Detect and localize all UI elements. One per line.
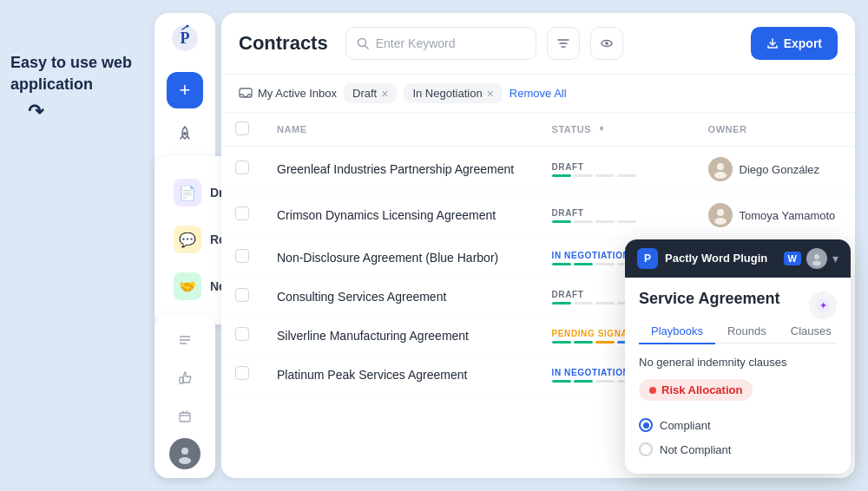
status-column-header[interactable]: STATUS (538, 113, 694, 147)
svg-text:P: P (181, 29, 190, 47)
plugin-header-actions: W ▾ (784, 248, 838, 269)
word-plugin-panel: P Pactly Word Plugin W ▾ Service Agreeme… (625, 239, 851, 475)
not-compliant-option[interactable]: Not Compliant (639, 437, 837, 462)
tab-clauses[interactable]: Clauses (779, 319, 844, 344)
bar-segment (617, 174, 636, 177)
compliant-label: Compliant (660, 419, 711, 432)
contract-name-cell: Non-Disclosure Agreement (Blue Harbor) (263, 239, 538, 278)
contract-name: Non-Disclosure Agreement (Blue Harbor) (277, 251, 498, 265)
search-icon (357, 37, 369, 49)
owner-column-header: OWNER (694, 113, 855, 147)
row-checkbox-cell[interactable] (221, 317, 263, 356)
bar-segment (552, 341, 571, 344)
bar-segment (552, 220, 571, 223)
contract-name-cell: Greenleaf Industries Partnership Agreeme… (263, 147, 538, 193)
owner-cell: Tomoya Yamamoto (694, 193, 855, 239)
risk-allocation-badge[interactable]: Risk Allocation (639, 379, 753, 401)
svg-point-25 (717, 209, 724, 216)
plugin-header: P Pactly Word Plugin W ▾ (625, 239, 851, 278)
svg-point-22 (717, 163, 724, 170)
plugin-user-avatar[interactable] (806, 248, 827, 269)
row-checkbox-cell[interactable] (221, 356, 263, 395)
row-checkbox-cell[interactable] (221, 239, 263, 278)
remove-all-button[interactable]: Remove All (510, 87, 567, 100)
draft-chip-close[interactable]: × (381, 88, 388, 100)
plugin-menu-icon[interactable]: ▾ (832, 252, 838, 265)
row-checkbox[interactable] (235, 288, 249, 302)
search-placeholder: Enter Keyword (376, 36, 456, 50)
row-checkbox-cell[interactable] (221, 193, 263, 239)
compliant-radio[interactable] (639, 418, 653, 432)
risk-badge-label: Risk Allocation (661, 383, 742, 396)
package-icon-button[interactable] (168, 400, 201, 433)
bar-segment (574, 380, 593, 383)
contract-name-cell: Crimson Dynamics Licensing Agreement (263, 193, 538, 239)
not-compliant-radio[interactable] (639, 442, 653, 456)
owner-name: Tomoya Yamamoto (740, 209, 836, 222)
add-button[interactable]: + (167, 72, 203, 108)
owner-avatar (708, 203, 733, 227)
contract-name-cell: Platinum Peak Services Agreement (263, 356, 538, 395)
svg-point-26 (714, 218, 727, 225)
bar-segment (574, 341, 593, 344)
owner-avatar (708, 157, 733, 181)
negotiation-chip-close[interactable]: × (487, 88, 494, 100)
bar-segment (574, 220, 593, 223)
page-title: Contracts (239, 32, 328, 55)
plugin-general-text: No general indemnity clauses (639, 356, 837, 369)
rocket-icon-button[interactable] (168, 117, 201, 150)
compliant-option[interactable]: Compliant (639, 413, 837, 437)
bar-segment (552, 380, 571, 383)
filter-button[interactable] (547, 27, 580, 60)
review-icon: 💬 (174, 226, 201, 253)
svg-point-29 (812, 260, 821, 265)
negotiation-filter-chip[interactable]: In Negotiation × (404, 83, 502, 103)
thumbs-up-icon-button[interactable] (168, 362, 201, 395)
plugin-icon-area: ✦ (809, 291, 837, 319)
plugin-body: Service Agreement ✦ Playbooks Rounds Cla… (625, 278, 851, 475)
inbox-filter: My Active Inbox (239, 87, 337, 100)
owner-cell: Diego González (694, 147, 855, 193)
select-all-checkbox[interactable] (235, 121, 249, 135)
contract-name: Platinum Peak Services Agreement (277, 368, 467, 382)
eye-icon (600, 36, 614, 50)
word-icon: W (784, 252, 801, 265)
select-all-header[interactable] (221, 113, 263, 147)
row-checkbox[interactable] (235, 206, 249, 220)
search-box[interactable]: Enter Keyword (345, 27, 536, 60)
export-icon (766, 37, 779, 49)
row-checkbox-cell[interactable] (221, 278, 263, 317)
status-bar (552, 220, 681, 223)
tagline: Easy to use web application ↷ (10, 52, 132, 126)
bar-segment (595, 174, 615, 177)
bar-segment (595, 302, 615, 304)
contract-name-cell: Silverline Manufacturing Agreement (263, 317, 538, 356)
draft-icon: 📄 (174, 179, 201, 206)
table-row[interactable]: Greenleaf Industries Partnership Agreeme… (221, 147, 855, 193)
list-icon-button[interactable] (168, 324, 201, 357)
sort-icon (597, 124, 606, 133)
bar-segment (574, 174, 593, 177)
tab-rounds[interactable]: Rounds (715, 319, 779, 344)
row-checkbox[interactable] (235, 327, 249, 341)
svg-text:✦: ✦ (819, 299, 827, 310)
bar-segment (552, 263, 571, 265)
status-cell: DRAFT (538, 147, 694, 193)
page-header: Contracts Enter Keyword (221, 13, 855, 75)
row-checkbox-cell[interactable] (221, 147, 263, 193)
svg-rect-8 (180, 377, 183, 383)
row-checkbox[interactable] (235, 249, 249, 263)
row-checkbox[interactable] (235, 366, 249, 380)
draft-filter-chip[interactable]: Draft × (344, 83, 397, 103)
user-avatar[interactable] (169, 438, 201, 469)
bottom-sidebar (155, 315, 215, 478)
contract-name: Crimson Dynamics Licensing Agreement (277, 208, 496, 222)
filter-bar: My Active Inbox Draft × In Negotiation ×… (221, 75, 855, 113)
view-toggle-button[interactable] (590, 27, 623, 60)
tab-playbooks[interactable]: Playbooks (639, 319, 715, 344)
row-checkbox[interactable] (235, 160, 249, 174)
table-row[interactable]: Crimson Dynamics Licensing AgreementDRAF… (221, 193, 855, 239)
logo-text: P (171, 24, 199, 57)
export-button[interactable]: Export (751, 27, 838, 60)
svg-rect-20 (240, 88, 252, 97)
